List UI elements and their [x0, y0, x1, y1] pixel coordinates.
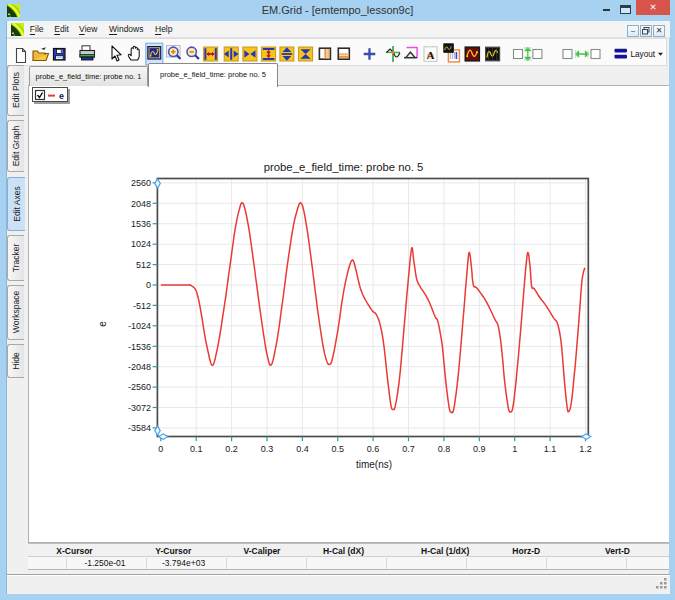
- svg-text:0.7: 0.7: [402, 444, 415, 454]
- svg-text:time(ns): time(ns): [356, 459, 392, 470]
- svg-text:1: 1: [512, 444, 517, 454]
- svg-text:0.5: 0.5: [332, 444, 345, 454]
- svg-text:0: 0: [146, 280, 151, 290]
- svg-text:0.8: 0.8: [438, 444, 451, 454]
- svg-text:2048: 2048: [131, 199, 151, 209]
- svg-text:0: 0: [158, 444, 163, 454]
- svg-text:0.6: 0.6: [367, 444, 380, 454]
- svg-text:512: 512: [136, 260, 151, 270]
- svg-text:0.4: 0.4: [296, 444, 309, 454]
- svg-text:0.9: 0.9: [473, 444, 486, 454]
- svg-text:A: A: [427, 49, 435, 61]
- svg-text:1.1: 1.1: [544, 444, 557, 454]
- svg-text:e: e: [97, 321, 108, 327]
- svg-text:-512: -512: [133, 301, 151, 311]
- svg-text:Layout: Layout: [631, 50, 656, 59]
- svg-text:-2560: -2560: [128, 382, 151, 392]
- svg-text:-1024: -1024: [128, 321, 151, 331]
- svg-text:1024: 1024: [131, 239, 151, 249]
- svg-text:2560: 2560: [131, 178, 151, 188]
- svg-text:1.2: 1.2: [579, 444, 592, 454]
- svg-text:1536: 1536: [131, 219, 151, 229]
- svg-text:e: e: [59, 91, 64, 101]
- svg-text:-3584: -3584: [128, 423, 151, 433]
- svg-text:0.1: 0.1: [190, 444, 203, 454]
- svg-text:-3072: -3072: [128, 403, 151, 413]
- svg-text:probe_e_field_time: probe no.: probe_e_field_time: probe no. 5: [264, 161, 424, 173]
- svg-text:-2048: -2048: [128, 362, 151, 372]
- svg-text:0.3: 0.3: [261, 444, 274, 454]
- svg-text:0.2: 0.2: [225, 444, 238, 454]
- svg-text:-1536: -1536: [128, 342, 151, 352]
